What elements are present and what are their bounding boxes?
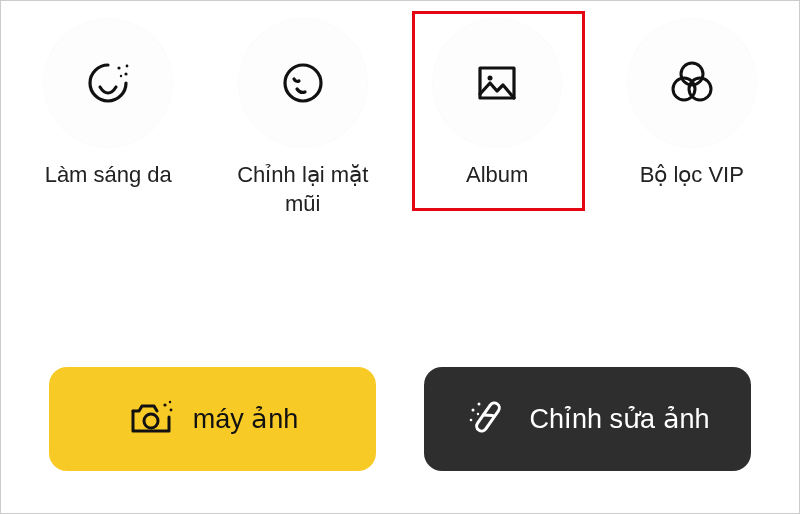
feature-skin-brighten[interactable]: Làm sáng da [23, 19, 193, 190]
feature-circle [628, 19, 756, 147]
magic-wand-icon [465, 396, 511, 442]
feature-label: Làm sáng da [45, 161, 172, 190]
svg-point-10 [144, 414, 158, 428]
edit-button-label: Chỉnh sửa ảnh [529, 403, 709, 435]
face-wink-icon [277, 57, 329, 109]
feature-face-adjust[interactable]: Chỉnh lại mặt mũi [218, 19, 388, 218]
svg-point-16 [472, 409, 475, 412]
svg-point-11 [163, 403, 166, 406]
feature-label: Bộ lọc VIP [640, 161, 744, 190]
edit-button[interactable]: Chỉnh sửa ảnh [424, 367, 751, 471]
svg-point-0 [118, 66, 121, 69]
feature-label: Album [466, 161, 528, 190]
feature-row: Làm sáng da Chỉnh lại mặt mũi [1, 1, 799, 218]
svg-point-6 [488, 76, 493, 81]
image-icon [472, 58, 522, 108]
feature-vip-filter[interactable]: Bộ lọc VIP [607, 19, 777, 190]
svg-point-3 [120, 75, 122, 77]
feature-circle [44, 19, 172, 147]
svg-point-1 [125, 72, 128, 75]
action-row: máy ảnh Chỉnh sửa ảnh [1, 367, 799, 471]
feature-album[interactable]: Album [412, 19, 582, 190]
svg-point-4 [285, 65, 321, 101]
camera-button[interactable]: máy ảnh [49, 367, 376, 471]
svg-point-17 [478, 403, 481, 406]
feature-label: Chỉnh lại mặt mũi [223, 161, 383, 218]
svg-rect-14 [475, 401, 502, 433]
svg-point-19 [477, 413, 479, 415]
camera-button-label: máy ảnh [193, 403, 299, 435]
svg-point-18 [470, 419, 473, 422]
svg-point-12 [169, 409, 172, 412]
camera-sparkle-icon [127, 395, 175, 443]
smile-sparkle-icon [82, 57, 134, 109]
feature-circle [433, 19, 561, 147]
feature-circle [239, 19, 367, 147]
overlap-circles-icon [665, 56, 719, 110]
svg-point-2 [126, 65, 129, 68]
svg-point-13 [169, 401, 171, 403]
